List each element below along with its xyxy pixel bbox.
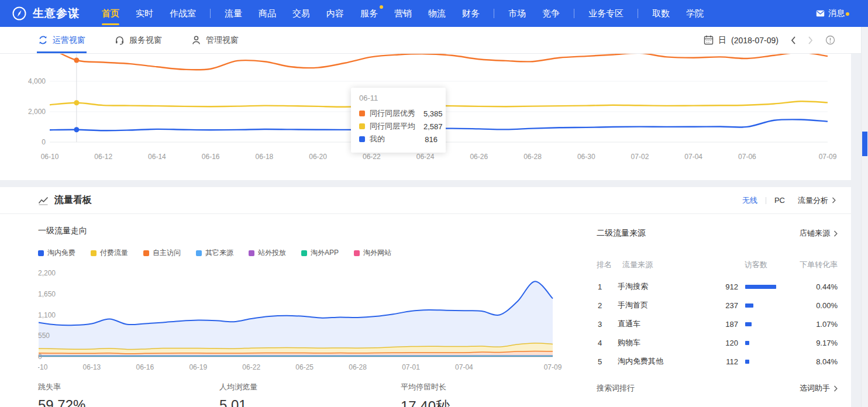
nav-item[interactable]: 物流 (420, 0, 454, 27)
col-conversion: 下单转化率 (800, 260, 838, 270)
legend-item[interactable]: 付费流量 (91, 248, 128, 258)
area-chart-wrap: 05501,1001,6502,20006-1006-1306-1606-190… (38, 265, 564, 377)
notification-dot (380, 5, 383, 9)
visitor-bar (745, 285, 776, 289)
nav-item[interactable]: 营销 (386, 0, 420, 27)
nav-item[interactable]: 竞争 (534, 0, 568, 27)
toggle-option[interactable]: PC (774, 196, 785, 205)
svg-text:06-28: 06-28 (523, 153, 542, 161)
toggle-option[interactable]: 无线 (742, 195, 757, 206)
nav-item[interactable]: 交易 (284, 0, 318, 27)
tooltip-row: 我的816 (359, 133, 438, 146)
prev-day-button[interactable] (790, 36, 796, 45)
date-picker[interactable]: 日 (2018-07-09) (704, 35, 779, 46)
legend-swatch (143, 250, 149, 256)
nav-item[interactable]: 学院 (678, 0, 712, 27)
col-rank: 排名 (597, 260, 612, 270)
series-swatch (359, 111, 365, 116)
legend-item[interactable]: 淘外APP (301, 248, 339, 258)
messages-label: 消息 (828, 8, 845, 19)
nav-item[interactable]: 内容 (318, 0, 352, 27)
wireless-pc-toggle: 无线PC (742, 195, 785, 206)
benchmark-chart-card: 02,0004,00006-1006-1206-1406-1606-1806-2… (0, 54, 851, 180)
legend-swatch (249, 250, 254, 256)
legend-item[interactable]: 自主访问 (143, 248, 181, 258)
table-row[interactable]: 5淘内免费其他1128.04% (597, 352, 838, 371)
board-title-text: 流量看板 (54, 194, 92, 206)
legend-swatch (91, 250, 97, 256)
col-source: 流量来源 (622, 260, 653, 270)
board-title: 流量看板 (38, 194, 92, 206)
svg-text:06-24: 06-24 (416, 153, 435, 161)
brand[interactable]: 生意参谋 (0, 6, 94, 21)
legend-swatch (38, 250, 44, 256)
svg-text:4,000: 4,000 (28, 77, 46, 85)
nav-item[interactable]: 服务 (352, 0, 386, 27)
traffic-analysis-link[interactable]: 流量分析 (798, 195, 836, 206)
svg-text:07-04: 07-04 (684, 153, 702, 161)
source-panel-title: 二级流量来源 (597, 228, 646, 239)
svg-text:1,100: 1,100 (38, 311, 56, 319)
nav-item[interactable]: 作战室 (161, 0, 204, 27)
svg-text:06-14: 06-14 (148, 153, 166, 161)
nav-item[interactable]: 商品 (250, 0, 284, 27)
svg-text:06-16: 06-16 (136, 363, 154, 371)
table-row[interactable]: 3直通车1871.07% (597, 315, 838, 333)
board-header: 流量看板 无线PC 流量分析 (0, 187, 851, 214)
visitor-bar (745, 341, 749, 345)
nav-item[interactable]: 取数 (644, 0, 678, 27)
word-helper-link[interactable]: 选词助手 (800, 383, 838, 394)
svg-text:07-01: 07-01 (402, 363, 420, 371)
chevron-right-icon (832, 197, 836, 204)
nav-item[interactable]: 财务 (454, 0, 488, 27)
toggle-divider (766, 197, 766, 204)
svg-text:2,000: 2,000 (28, 108, 46, 116)
svg-text:07-02: 07-02 (631, 153, 649, 161)
table-row[interactable]: 4购物车1209.17% (597, 333, 838, 352)
svg-text:550: 550 (38, 332, 50, 340)
table-row[interactable]: 1手淘搜索9120.44% (597, 277, 838, 296)
tooltip-row: 同行同层平均2,587 (359, 120, 438, 133)
svg-text:06-20: 06-20 (309, 153, 327, 161)
chevron-right-icon (833, 385, 838, 392)
series-swatch (359, 136, 365, 142)
svg-text:06-28: 06-28 (349, 363, 367, 371)
date-controls: 日 (2018-07-09) (704, 27, 835, 53)
envelope-icon (816, 10, 825, 17)
nav-item[interactable]: 市场 (500, 0, 534, 27)
scrollbar-track[interactable] (861, 27, 868, 407)
legend-item[interactable]: 淘内免费 (38, 248, 75, 258)
traffic-area-chart[interactable]: 05501,1001,6502,20006-1006-1306-1606-190… (38, 265, 564, 377)
legend-swatch (301, 250, 307, 256)
svg-text:06-19: 06-19 (189, 363, 207, 371)
headset-icon (115, 35, 125, 45)
shop-source-label: 店铺来源 (800, 228, 830, 239)
legend-item[interactable]: 其它来源 (196, 248, 233, 258)
table-row[interactable]: 2手淘首页2370.00% (597, 296, 838, 315)
date-value: (2018-07-09) (731, 36, 779, 45)
legend-item[interactable]: 淘外网站 (354, 248, 391, 258)
tooltip-date: 06-11 (359, 94, 438, 102)
svg-text:07-09: 07-09 (819, 153, 837, 161)
calendar-icon (704, 35, 714, 45)
info-icon[interactable] (825, 35, 835, 45)
col-visitors: 访客数 (745, 260, 767, 270)
nav-item[interactable]: 流量 (216, 0, 250, 27)
word-helper-label: 选词助手 (800, 383, 830, 394)
view-tab[interactable]: 运营视窗 (38, 27, 85, 53)
messages-button[interactable]: 消息 (816, 8, 868, 19)
nav-item[interactable]: 业务专区 (580, 0, 632, 27)
shop-source-link[interactable]: 店铺来源 (800, 228, 838, 239)
nav-divider (574, 9, 574, 18)
next-day-button[interactable] (808, 36, 814, 45)
legend-swatch (196, 250, 202, 256)
legend-item[interactable]: 站外投放 (249, 248, 286, 258)
scrollbar-thumb[interactable] (862, 132, 867, 156)
view-tab[interactable]: 管理视窗 (191, 27, 239, 53)
nav-item[interactable]: 首页 (94, 0, 128, 27)
svg-text:06-10: 06-10 (41, 153, 59, 161)
nav-item[interactable]: 实时 (128, 0, 161, 27)
svg-text:06-13: 06-13 (83, 363, 101, 371)
view-tab[interactable]: 服务视窗 (115, 27, 162, 53)
area-chart-title: 一级流量走向 (38, 226, 87, 236)
